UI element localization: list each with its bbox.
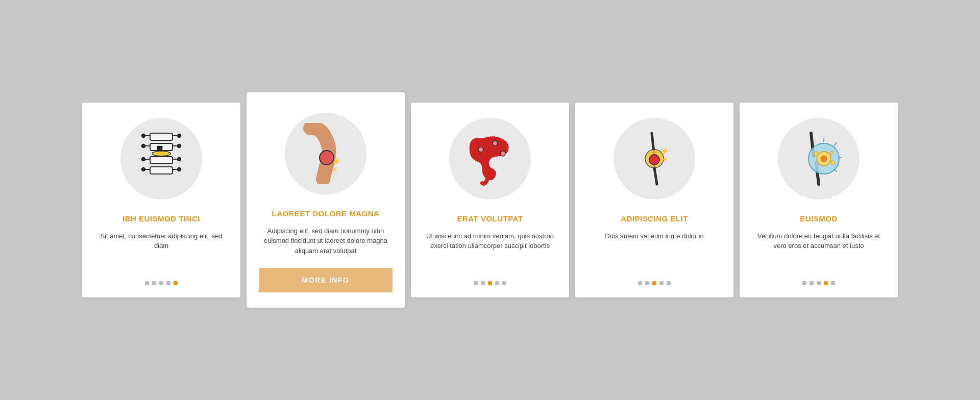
svg-text:⚡: ⚡ <box>660 147 669 156</box>
card-2-title: LAOREET DOLORE MAGNA <box>272 209 380 219</box>
dot-3 <box>817 281 821 285</box>
svg-line-44 <box>834 169 837 172</box>
spine-icon: !!! <box>131 128 192 189</box>
dot-2 <box>810 281 814 285</box>
dot-2 <box>152 281 156 285</box>
card-3-title: ERAT VOLUTPAT <box>457 214 523 224</box>
svg-point-39 <box>830 151 833 154</box>
card-1-dots <box>145 281 178 285</box>
svg-rect-0 <box>150 133 173 140</box>
svg-point-30 <box>649 155 659 165</box>
svg-text:⚡: ⚡ <box>332 166 338 173</box>
svg-text:!!!: !!! <box>157 146 162 152</box>
svg-point-21 <box>178 168 181 171</box>
svg-point-40 <box>831 161 835 165</box>
intestine-icon-circle: !!! <box>449 118 531 199</box>
svg-point-3 <box>142 134 145 137</box>
svg-point-8 <box>142 144 145 147</box>
svg-point-25 <box>478 147 483 152</box>
svg-point-38 <box>814 152 818 156</box>
svg-point-27 <box>500 151 505 156</box>
dot-5-active <box>174 281 178 285</box>
svg-rect-17 <box>150 167 173 174</box>
dot-5 <box>502 281 506 285</box>
card-4: ⚡ ⚡ ADIPISCING ELIT Duis autem vel eum i… <box>575 103 733 297</box>
spine-icon-circle: !!! <box>120 118 202 199</box>
card-2-desc: Adipiscing elit, sed diam nonummy nibh e… <box>259 226 393 256</box>
card-3-desc: Ut wisi enim ad minim veniam, quis nostr… <box>423 231 557 269</box>
card-3: !!! ERAT VOLUTPAT Ut wisi enim ad minim … <box>411 103 569 297</box>
card-5: EUISMOD Vel illum dolore eu feugiat null… <box>740 103 898 297</box>
svg-text:!!!: !!! <box>484 155 489 161</box>
dot-5 <box>831 281 835 285</box>
svg-text:⚡: ⚡ <box>662 156 668 163</box>
svg-point-37 <box>821 156 827 162</box>
knee-icon <box>788 128 849 189</box>
dot-4 <box>495 281 499 285</box>
dot-4-active <box>824 281 828 285</box>
card-4-title: ADIPISCING ELIT <box>621 214 688 224</box>
dot-2 <box>645 281 649 285</box>
dot-1 <box>802 281 806 285</box>
card-4-dots <box>638 281 671 285</box>
elbow-icon: ⚡ ⚡ <box>295 123 356 184</box>
intestine-icon: !!! <box>459 128 521 189</box>
svg-line-42 <box>834 142 837 146</box>
dot-2 <box>481 281 485 285</box>
dot-4 <box>166 281 170 285</box>
card-5-title: EUISMOD <box>800 214 838 224</box>
card-1: !!! IBH EUISMOD TINCI Sit amet, consecte… <box>82 103 240 297</box>
dot-3-active <box>652 281 656 285</box>
svg-point-15 <box>178 158 181 161</box>
dot-1 <box>638 281 642 285</box>
card-5-dots <box>802 281 835 285</box>
dot-5 <box>667 281 671 285</box>
svg-point-26 <box>493 141 498 146</box>
card-1-title: IBH EUISMOD TINCI <box>122 214 200 224</box>
joint-icon-circle: ⚡ ⚡ <box>614 118 695 199</box>
card-4-desc: Duis autem vel eum iriure dolor in <box>605 231 704 269</box>
svg-point-9 <box>178 144 181 147</box>
dot-1 <box>145 281 149 285</box>
elbow-icon-circle: ⚡ ⚡ <box>285 113 366 194</box>
joint-icon: ⚡ ⚡ <box>624 128 685 189</box>
dot-4 <box>659 281 664 285</box>
cards-container: !!! IBH EUISMOD TINCI Sit amet, consecte… <box>52 82 928 318</box>
card-5-desc: Vel illum dolore eu feugiat nulla facili… <box>752 231 886 269</box>
dot-1 <box>474 281 478 285</box>
dot-3-active <box>488 281 492 285</box>
card-2: ⚡ ⚡ LAOREET DOLORE MAGNA Adipiscing elit… <box>247 92 405 308</box>
svg-rect-11 <box>150 157 173 164</box>
svg-point-10 <box>152 151 170 156</box>
svg-text:⚡: ⚡ <box>332 157 341 166</box>
svg-point-4 <box>178 134 181 137</box>
card-3-dots <box>474 281 506 285</box>
more-info-button[interactable]: MORE INFO <box>259 268 393 292</box>
card-1-desc: Sit amet, consectetuer adipiscing elit, … <box>94 231 228 269</box>
svg-point-20 <box>142 168 145 171</box>
svg-point-14 <box>142 158 145 161</box>
knee-icon-circle <box>778 118 860 199</box>
dot-3 <box>159 281 163 285</box>
